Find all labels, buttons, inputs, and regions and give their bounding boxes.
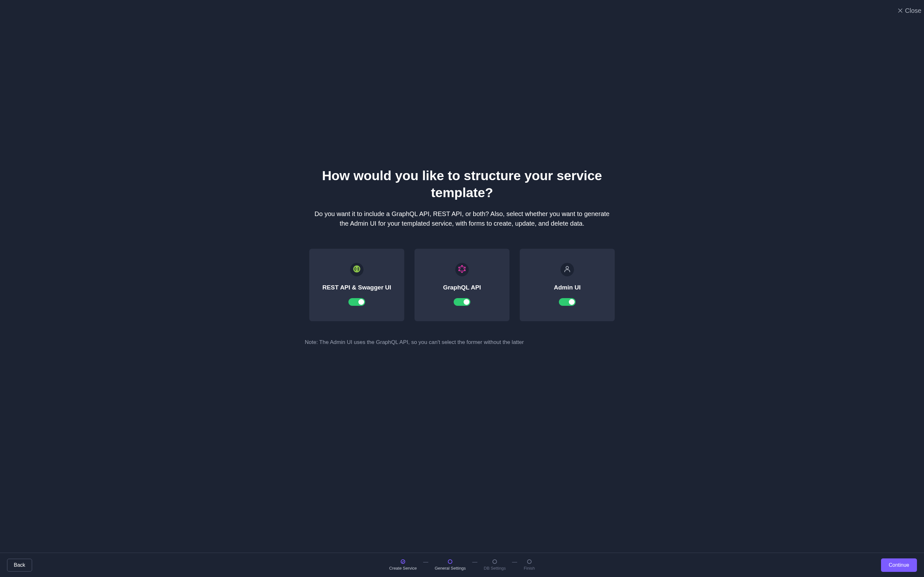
- option-card-graphql: GraphQL API: [415, 249, 509, 321]
- step-indicator-completed: [401, 559, 405, 564]
- dependency-note: Note: The Admin UI uses the GraphQL API,…: [305, 339, 619, 346]
- svg-point-1: [356, 269, 357, 269]
- svg-point-6: [461, 271, 463, 273]
- admin-ui-icon-circle: [561, 263, 574, 276]
- step-connector: [472, 562, 477, 562]
- svg-point-7: [459, 270, 460, 271]
- step-general-settings: General Settings: [435, 559, 466, 571]
- step-connector: [512, 562, 517, 562]
- option-card-rest: REST API & Swagger UI: [309, 249, 404, 321]
- rest-api-icon: [353, 265, 360, 274]
- step-db-settings: DB Settings: [484, 559, 506, 571]
- step-indicator: [493, 559, 497, 564]
- svg-point-0: [353, 266, 360, 272]
- step-label: DB Settings: [484, 566, 506, 571]
- option-title-admin: Admin UI: [554, 284, 580, 291]
- user-icon: [564, 265, 571, 274]
- main-content: How would you like to structure your ser…: [0, 0, 924, 551]
- step-connector: [423, 562, 428, 562]
- rest-api-icon-circle: [350, 263, 363, 276]
- footer-bar: Back Create Service General Settings DB …: [0, 553, 924, 577]
- svg-point-9: [566, 266, 569, 269]
- step-label: General Settings: [435, 566, 466, 571]
- continue-button[interactable]: Continue: [881, 558, 917, 572]
- page-description: Do you want it to include a GraphQL API,…: [314, 209, 610, 228]
- option-card-admin: Admin UI: [520, 249, 615, 321]
- step-create-service: Create Service: [389, 559, 417, 571]
- step-label: Create Service: [389, 566, 417, 571]
- toggle-knob: [464, 299, 469, 305]
- svg-point-8: [459, 267, 460, 268]
- options-row: REST API & Swagger UI: [305, 249, 619, 321]
- graphql-icon: [458, 265, 466, 274]
- option-title-graphql: GraphQL API: [443, 284, 481, 291]
- svg-point-4: [464, 267, 465, 268]
- toggle-knob: [359, 299, 364, 305]
- step-label: Finish: [523, 566, 535, 571]
- close-button[interactable]: Close: [895, 6, 924, 16]
- step-indicator: [527, 559, 531, 564]
- step-finish: Finish: [523, 559, 535, 571]
- close-label: Close: [905, 7, 921, 15]
- toggle-knob: [569, 299, 575, 305]
- toggle-rest[interactable]: [349, 298, 365, 306]
- svg-point-2: [357, 269, 358, 269]
- svg-point-3: [461, 265, 463, 266]
- wizard-steps: Create Service General Settings DB Setti…: [389, 559, 535, 571]
- svg-point-5: [464, 270, 465, 271]
- step-indicator-active: [448, 559, 452, 564]
- toggle-graphql[interactable]: [454, 298, 470, 306]
- close-icon: [898, 7, 903, 15]
- toggle-admin[interactable]: [559, 298, 575, 306]
- page-heading: How would you like to structure your ser…: [305, 167, 619, 201]
- back-button[interactable]: Back: [7, 559, 32, 572]
- graphql-icon-circle: [455, 263, 469, 276]
- option-title-rest: REST API & Swagger UI: [322, 284, 391, 291]
